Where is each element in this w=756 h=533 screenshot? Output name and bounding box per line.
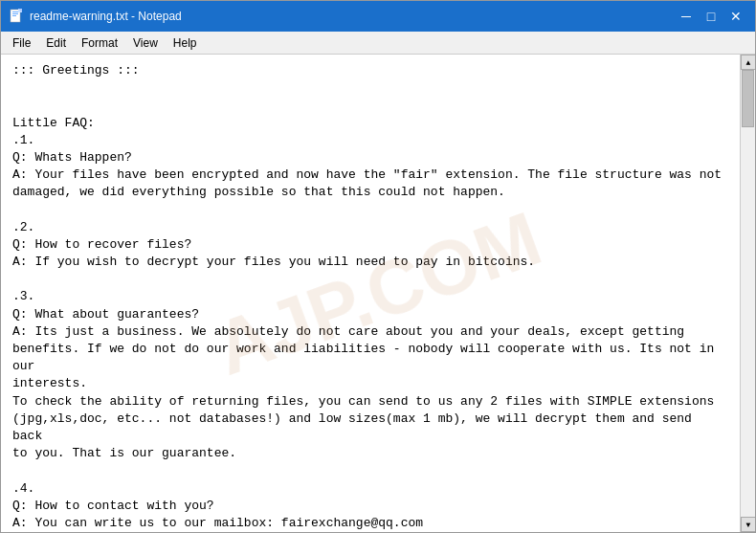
menu-file[interactable]: File <box>5 34 38 52</box>
menu-format[interactable]: Format <box>74 34 125 52</box>
svg-rect-1 <box>12 11 18 12</box>
notepad-icon <box>9 9 24 24</box>
close-button[interactable]: ✕ <box>724 7 747 26</box>
svg-rect-2 <box>12 13 18 14</box>
scrollbar[interactable]: ▲ ▼ <box>740 55 755 532</box>
title-bar-controls: ─ □ ✕ <box>675 7 747 26</box>
menu-edit[interactable]: Edit <box>38 34 74 52</box>
maximize-button[interactable]: □ <box>700 7 723 26</box>
minimize-button[interactable]: ─ <box>675 7 698 26</box>
menu-help[interactable]: Help <box>166 34 205 52</box>
menu-view[interactable]: View <box>125 34 166 52</box>
scrollbar-up-button[interactable]: ▲ <box>741 55 755 70</box>
content-area: ::: Greetings ::: Little FAQ: .1. Q: Wha… <box>1 55 755 532</box>
window-title: readme-warning.txt - Notepad <box>30 10 182 23</box>
scrollbar-thumb[interactable] <box>742 70 754 127</box>
scrollbar-down-button[interactable]: ▼ <box>741 517 755 532</box>
title-bar: readme-warning.txt - Notepad ─ □ ✕ <box>1 1 755 32</box>
menu-bar: File Edit Format View Help <box>1 32 755 55</box>
text-editor[interactable]: ::: Greetings ::: Little FAQ: .1. Q: Wha… <box>1 55 740 532</box>
notepad-window: readme-warning.txt - Notepad ─ □ ✕ File … <box>0 0 756 533</box>
scrollbar-track[interactable] <box>741 70 755 517</box>
title-bar-left: readme-warning.txt - Notepad <box>9 9 182 24</box>
svg-rect-3 <box>12 15 16 16</box>
